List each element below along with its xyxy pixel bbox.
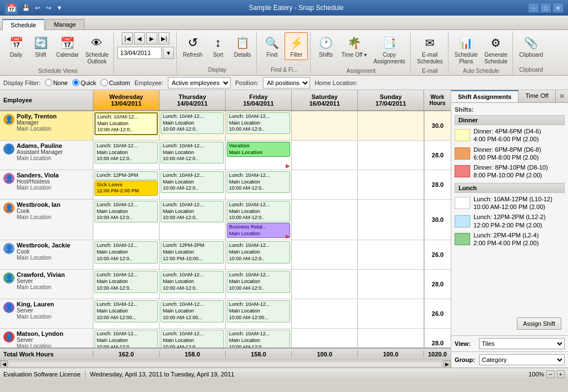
- maximize-button[interactable]: □: [540, 3, 551, 13]
- filter-quick-input[interactable]: [72, 79, 79, 86]
- employee-row-6[interactable]: 👤King, Lauren Server Main LocationLunch:…: [0, 299, 451, 329]
- nav-prev-button[interactable]: ◀: [134, 32, 145, 44]
- day-cell-6-0[interactable]: Lunch: 10AM-12...Main Location10:00 AM-1…: [93, 299, 160, 328]
- qat-save[interactable]: 💾: [21, 3, 31, 13]
- day-cell-7-2[interactable]: Lunch: 10AM-12...Main Location10:00 AM-1…: [226, 329, 292, 348]
- emp-info-3[interactable]: 👤Westbrook, Ian Cook Main Location: [0, 200, 93, 240]
- lunch-shift-2[interactable]: Lunch: 12PM-2PM (L12-2) 12:00 PM-2:00 PM…: [455, 212, 565, 230]
- scroll-left-arrow[interactable]: ◀: [0, 360, 8, 368]
- day-cell-0-3[interactable]: [292, 111, 358, 140]
- refresh-button[interactable]: ↺ Refresh: [180, 32, 205, 60]
- dinner-shift-1[interactable]: Dinner: 4PM-6PM (D4-6) 4:00 PM-6:00 PM (…: [455, 126, 565, 145]
- shift-button[interactable]: 🔄 Shift: [29, 32, 52, 60]
- employee-row-1[interactable]: 👤Adams, Pauline Assistant Manager Main L…: [0, 141, 451, 170]
- employee-row-3[interactable]: 👤Westbrook, Ian Cook Main LocationLunch:…: [0, 200, 451, 240]
- day-cell-4-0[interactable]: Lunch: 10AM-12...Main Location10:00 AM-1…: [93, 240, 160, 269]
- day-cell-0-2[interactable]: Lunch: 10AM-12...Main Location10:00 AM-1…: [226, 111, 292, 140]
- qat-undo[interactable]: ↩: [32, 3, 42, 13]
- zoom-minus[interactable]: −: [546, 370, 554, 378]
- sort-button[interactable]: ↕ Sort: [206, 32, 230, 60]
- day-cell-4-1[interactable]: Lunch: 12PM-2PMMain Location12:00 PM-10:…: [160, 240, 226, 269]
- filter-button[interactable]: ⚡ Filter: [285, 32, 308, 60]
- employee-row-2[interactable]: 👤Sanders, Viola Host/Hostess Main Locati…: [0, 170, 451, 200]
- day-cell-5-0[interactable]: Lunch: 10AM-12...Main Location10:00 AM-1…: [93, 270, 160, 299]
- day-cell-3-3[interactable]: [292, 200, 358, 240]
- day-cell-1-3[interactable]: [292, 141, 358, 170]
- day-cell-0-0[interactable]: Lunch: 10AM-12...Main Location10:00 AM-1…: [93, 111, 160, 140]
- emp-info-5[interactable]: 👤Crawford, Vivian Server Main Location: [0, 270, 93, 299]
- tab-manage[interactable]: Manage: [46, 19, 84, 29]
- employee-row-5[interactable]: 👤Crawford, Vivian Server Main LocationLu…: [0, 270, 451, 299]
- day-cell-3-4[interactable]: [358, 200, 424, 240]
- day-cell-2-0[interactable]: Lunch: 12PM-2PMSick Leave12:00 PM-2:00 P…: [93, 170, 160, 199]
- tab-shift-assignments[interactable]: Shift Assignments: [451, 90, 519, 102]
- employee-filter-select[interactable]: Active employees: [168, 77, 231, 88]
- day-cell-4-2[interactable]: Lunch: 10AM-12...Main Location10:00 AM-1…: [226, 240, 292, 269]
- day-cell-4-3[interactable]: [292, 240, 358, 269]
- tab-time-off[interactable]: Time Off: [519, 90, 556, 102]
- filter-quick-radio[interactable]: Quick: [72, 79, 96, 86]
- filter-none-input[interactable]: [45, 79, 52, 86]
- dinner-shift-3[interactable]: Dinner: 8PM-10PM (D8-10) 8:00 PM-10:00 P…: [455, 162, 565, 181]
- filter-custom-input[interactable]: [101, 79, 108, 86]
- schedule-outlook-button[interactable]: 👁 ScheduleOutlook: [83, 32, 112, 67]
- nav-last-button[interactable]: ▶|: [158, 32, 170, 44]
- employee-row-0[interactable]: 👤Polly, Trenton Manager Main LocationLun…: [0, 111, 451, 141]
- qat-redo[interactable]: ↪: [43, 3, 53, 13]
- minimize-button[interactable]: −: [528, 3, 539, 13]
- position-filter-select[interactable]: All positions: [263, 77, 310, 88]
- clipboard-button[interactable]: 📎 Clipboard: [516, 32, 546, 60]
- day-cell-2-1[interactable]: Lunch: 10AM-12...Main Location10:00 AM-1…: [160, 170, 226, 199]
- panel-close-button[interactable]: ✕: [556, 90, 568, 102]
- time-off-button[interactable]: 🌴 Time Off ▾: [338, 32, 370, 60]
- day-cell-5-4[interactable]: [358, 270, 424, 299]
- filter-custom-radio[interactable]: Custom: [101, 79, 130, 86]
- day-cell-6-3[interactable]: [292, 299, 358, 328]
- day-cell-2-3[interactable]: [292, 170, 358, 199]
- day-cell-5-3[interactable]: [292, 270, 358, 299]
- day-cell-0-4[interactable]: [358, 111, 424, 140]
- employee-row-4[interactable]: 👤Westbrook, Jackie Cook Main LocationLun…: [0, 240, 451, 270]
- day-cell-7-0[interactable]: Lunch: 10AM-12...Main Location10:00 AM-1…: [93, 329, 160, 348]
- calendar-button[interactable]: 📆 Calendar: [53, 32, 82, 60]
- group-select[interactable]: Category None: [479, 354, 565, 365]
- day-cell-3-2[interactable]: Lunch: 10AM-12...Main Location10:00 AM-1…: [226, 200, 292, 240]
- app-icon[interactable]: 📅: [4, 1, 18, 14]
- scroll-right-arrow[interactable]: ▶: [443, 360, 451, 368]
- day-cell-6-2[interactable]: Lunch: 10AM-12...Main Location10:00 AM-1…: [226, 299, 292, 328]
- scroll-track[interactable]: [9, 361, 442, 367]
- email-schedules-button[interactable]: ✉ E-mailSchedules: [414, 32, 446, 67]
- nav-date-input[interactable]: [117, 47, 162, 59]
- lunch-shift-3[interactable]: Lunch: 2PM-4PM (L2-4) 2:00 PM-4:00 PM (2…: [455, 230, 565, 249]
- emp-info-6[interactable]: 👤King, Lauren Server Main Location: [0, 299, 93, 328]
- nav-first-button[interactable]: |◀: [122, 32, 133, 44]
- nav-next-button[interactable]: ▶: [146, 32, 157, 44]
- details-button[interactable]: 📋 Details: [231, 32, 254, 60]
- tab-schedule[interactable]: Schedule: [2, 19, 44, 30]
- dinner-shift-2[interactable]: Dinner: 6PM-8PM (D6-8) 6:00 PM-8:00 PM (…: [455, 145, 565, 163]
- close-button[interactable]: ✕: [552, 3, 564, 13]
- day-cell-7-4[interactable]: [358, 329, 424, 348]
- day-cell-1-0[interactable]: Lunch: 10AM-12...Main Location10:00 AM-1…: [93, 141, 160, 170]
- day-cell-2-4[interactable]: [358, 170, 424, 199]
- day-cell-5-1[interactable]: Lunch: 10AM-12...Main Location10:00 AM-1…: [160, 270, 226, 299]
- daily-button[interactable]: 📅 Daily: [4, 32, 28, 60]
- employee-row-7[interactable]: 👤Matson, Lyndon Server Main LocationLunc…: [0, 329, 451, 348]
- day-cell-1-2[interactable]: VacationMain Location: [226, 141, 292, 170]
- day-cell-2-2[interactable]: Lunch: 10AM-12...Main Location10:00 AM-1…: [226, 170, 292, 199]
- day-cell-7-3[interactable]: [292, 329, 358, 348]
- day-cell-4-4[interactable]: [358, 240, 424, 269]
- day-cell-1-4[interactable]: [358, 141, 424, 170]
- day-cell-6-4[interactable]: [358, 299, 424, 328]
- qat-more[interactable]: ▼: [54, 3, 64, 13]
- find-button[interactable]: 🔍 Find: [260, 32, 283, 60]
- day-cell-3-0[interactable]: Lunch: 10AM-12...Main Location10:00 AM-1…: [93, 200, 160, 240]
- lunch-shift-1[interactable]: Lunch: 10AM-12PM (L10-12) 10:00 AM-12:00…: [455, 194, 565, 212]
- filter-none-radio[interactable]: None: [45, 79, 68, 86]
- emp-info-1[interactable]: 👤Adams, Pauline Assistant Manager Main L…: [0, 141, 93, 170]
- emp-info-0[interactable]: 👤Polly, Trenton Manager Main Location: [0, 111, 93, 140]
- day-cell-1-1[interactable]: Lunch: 10AM-12...Main Location10:00 AM-1…: [160, 141, 226, 170]
- day-cell-5-2[interactable]: Lunch: 10AM-12...Main Location10:00 AM-1…: [226, 270, 292, 299]
- emp-info-2[interactable]: 👤Sanders, Viola Host/Hostess Main Locati…: [0, 170, 93, 199]
- shifts-button[interactable]: 🕐 Shifts: [314, 32, 337, 60]
